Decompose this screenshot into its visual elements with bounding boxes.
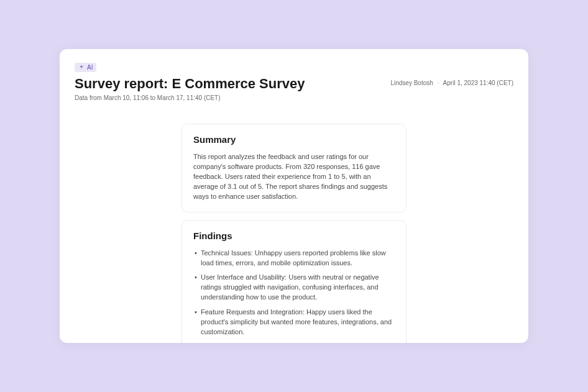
findings-heading: Findings [193, 230, 395, 241]
timestamp: April 1, 2023 11:40 (CET) [443, 80, 513, 86]
page-title: Survey report: E Commerce Survey [75, 76, 305, 92]
summary-body: This report analyzes the feedback and us… [193, 152, 395, 202]
separator-dot: · [438, 80, 439, 86]
findings-item: Support and Documentation: Some users ha… [193, 342, 395, 343]
meta-line: Lindsey Botosh · April 1, 2023 11:40 (CE… [390, 80, 513, 86]
author-name: Lindsey Botosh [390, 80, 433, 86]
content-area: Summary This report analyzes the feedbac… [75, 124, 513, 343]
summary-card: Summary This report analyzes the feedbac… [181, 124, 407, 212]
findings-item: User Interface and Usability: Users with… [193, 273, 395, 303]
findings-list: Technical Issues: Unhappy users reported… [193, 248, 395, 343]
sparkle-icon [78, 64, 85, 70]
findings-card: Findings Technical Issues: Unhappy users… [181, 220, 407, 343]
findings-item: Technical Issues: Unhappy users reported… [193, 248, 395, 268]
document-page: AI Survey report: E Commerce Survey Lind… [60, 49, 528, 343]
summary-heading: Summary [193, 134, 395, 145]
ai-badge-label: AI [87, 64, 93, 71]
findings-item: Feature Requests and Integration: Happy … [193, 308, 395, 337]
date-range-subtext: Data from March 10, 11:06 to March 17, 1… [75, 94, 513, 101]
ai-badge: AI [75, 63, 96, 72]
header-row: Survey report: E Commerce Survey Lindsey… [75, 76, 513, 92]
